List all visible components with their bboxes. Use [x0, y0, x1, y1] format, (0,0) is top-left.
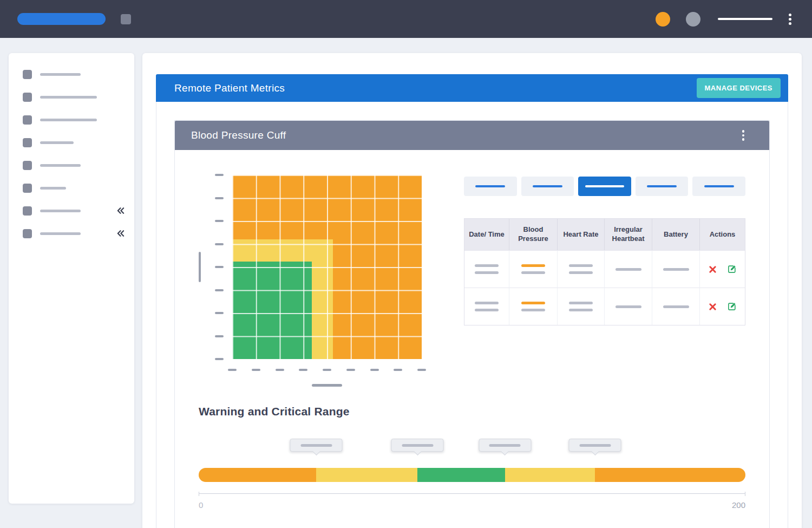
app-logo: [17, 13, 106, 25]
metrics-card-body: Blood Pressure Cuff: [156, 102, 788, 528]
range-scale-line: [199, 493, 745, 494]
sidebar-item-label-placeholder: [40, 187, 66, 190]
range-handle-4[interactable]: [569, 439, 621, 452]
main-content: Remote Patient Metrics MANAGE DEVICES Bl…: [142, 53, 802, 528]
edit-button[interactable]: [726, 263, 738, 275]
menu-toggle-icon[interactable]: [121, 14, 131, 24]
sidebar-item-7[interactable]: [9, 199, 134, 222]
sidebar-item-label-placeholder: [40, 210, 81, 212]
sidebar-item-label-placeholder: [40, 232, 81, 235]
range-section-title: Warning and Critical Range: [199, 405, 745, 418]
tooltip-value-placeholder: [402, 444, 433, 447]
tab-label-placeholder: [704, 185, 734, 187]
sidebar-item-4[interactable]: [9, 131, 134, 154]
tooltip-value-placeholder: [579, 444, 611, 447]
sidebar-item-5[interactable]: [9, 154, 134, 177]
sidebar-item-icon: [23, 161, 32, 170]
tab-label-placeholder: [647, 185, 677, 187]
page-title: Remote Patient Metrics: [174, 82, 285, 94]
tab-4[interactable]: [636, 177, 689, 196]
cell-actions: [700, 288, 745, 325]
topbar-overflow-menu-icon[interactable]: [787, 11, 794, 27]
y-axis-ticks: [215, 174, 224, 360]
cell-battery: [652, 250, 700, 288]
collapse-chevron-icon[interactable]: [116, 230, 125, 237]
manage-devices-button[interactable]: MANAGE DEVICES: [697, 78, 781, 98]
sidebar-item-2[interactable]: [9, 86, 134, 108]
delete-button[interactable]: [708, 264, 718, 275]
sidebar-item-icon: [23, 93, 32, 102]
cell-actions: [700, 250, 745, 288]
device-panel: Blood Pressure Cuff: [174, 120, 770, 528]
sidebar-item-label-placeholder: [40, 164, 81, 167]
sidebar-item-8[interactable]: [9, 222, 134, 245]
metrics-card-header: Remote Patient Metrics MANAGE DEVICES: [156, 74, 788, 102]
tab-label-placeholder: [585, 185, 624, 187]
sidebar-item-label-placeholder: [40, 141, 74, 144]
scale-min-label: 0: [199, 500, 203, 510]
cell-blood-pressure: [509, 250, 558, 288]
plot-gridlines: [232, 175, 422, 359]
sidebar-item-icon: [23, 70, 32, 79]
range-segment-normal: [417, 468, 505, 482]
device-panel-header: Blood Pressure Cuff: [175, 121, 769, 150]
device-panel-title: Blood Pressure Cuff: [191, 129, 286, 141]
sidebar-item-3[interactable]: [9, 108, 134, 131]
range-segment-critical-low: [199, 468, 316, 482]
tab-2[interactable]: [521, 177, 574, 196]
y-axis-label-placeholder: [199, 252, 201, 282]
sidebar-item-label-placeholder: [40, 96, 97, 99]
sidebar: [9, 53, 134, 504]
tooltip-value-placeholder: [300, 444, 332, 447]
col-header-battery: Battery: [652, 219, 700, 250]
date-range-tabs: [464, 177, 745, 196]
col-header-blood-pressure: Blood Pressure: [509, 219, 558, 250]
cell-battery: [652, 288, 700, 325]
col-header-heart-rate: Heart Rate: [558, 219, 605, 250]
collapse-chevron-icon[interactable]: [116, 207, 125, 214]
sidebar-item-icon: [23, 138, 32, 147]
sidebar-item-icon: [23, 229, 32, 238]
cell-irregular-heartbeat: [605, 288, 652, 325]
tab-5[interactable]: [692, 177, 745, 196]
cell-heart-rate: [558, 288, 605, 325]
edit-button[interactable]: [726, 301, 738, 312]
cell-irregular-heartbeat: [605, 250, 652, 288]
username-placeholder: [718, 18, 772, 20]
col-header-actions: Actions: [700, 219, 745, 250]
delete-button[interactable]: [708, 302, 718, 312]
col-header-irregular-heartbeat: Irregular Heartbeat: [605, 219, 652, 250]
sidebar-item-6[interactable]: [9, 177, 134, 199]
scale-max-label: 200: [732, 500, 745, 510]
range-segment-warning-low: [316, 468, 417, 482]
readings-table: Date/ Time Blood Pressure Heart Rate Irr…: [464, 218, 745, 325]
range-handle-1[interactable]: [290, 439, 343, 452]
top-nav-bar: [0, 0, 812, 38]
cell-heart-rate: [558, 250, 605, 288]
range-slider-bar[interactable]: [199, 468, 745, 482]
cell-blood-pressure: [509, 288, 558, 325]
notification-avatar[interactable]: [656, 12, 670, 27]
tab-1[interactable]: [464, 177, 517, 196]
range-handle-2[interactable]: [391, 439, 444, 452]
range-handle-3[interactable]: [479, 439, 531, 452]
x-axis-ticks: [228, 369, 426, 371]
panel-overflow-menu-icon[interactable]: [740, 128, 747, 143]
bp-zone-plot: [232, 175, 422, 359]
tab-label-placeholder: [475, 185, 505, 187]
tab-3-active[interactable]: [578, 177, 631, 196]
bp-zone-chart: [199, 175, 426, 387]
user-avatar[interactable]: [686, 12, 700, 27]
x-axis-label-placeholder: [312, 384, 342, 387]
sidebar-item-label-placeholder: [40, 73, 81, 76]
sidebar-item-icon: [23, 115, 32, 125]
tooltip-value-placeholder: [489, 444, 521, 447]
sidebar-item-label-placeholder: [40, 119, 97, 121]
device-panel-body: Date/ Time Blood Pressure Heart Rate Irr…: [175, 150, 769, 528]
tab-label-placeholder: [533, 185, 562, 187]
sidebar-item-icon: [23, 184, 32, 193]
col-header-date-time: Date/ Time: [464, 219, 509, 250]
sidebar-item-1[interactable]: [9, 63, 134, 86]
sidebar-item-icon: [23, 206, 32, 216]
range-handles: [199, 439, 745, 468]
